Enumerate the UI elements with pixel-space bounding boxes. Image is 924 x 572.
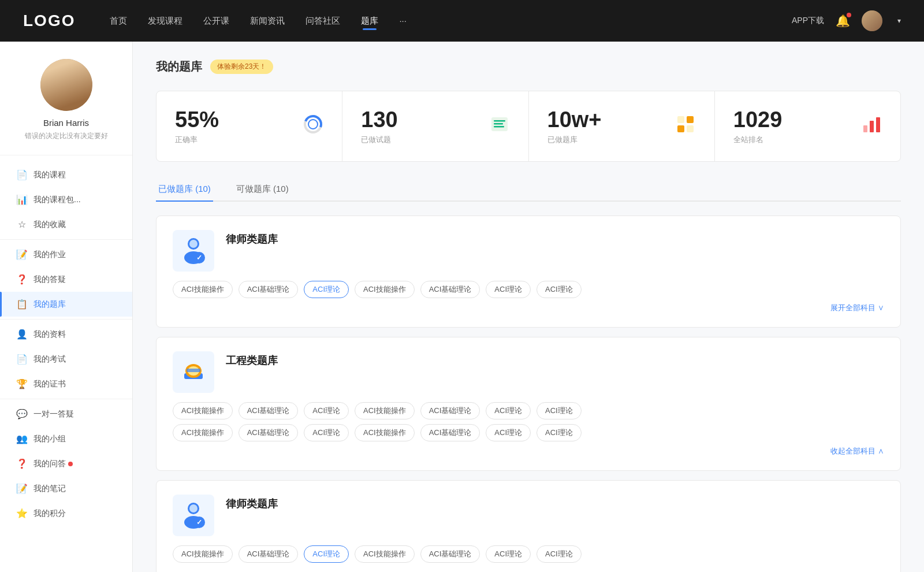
tags-row-1: ACI技能操作 ACI基础理论 ACI理论 ACI技能操作 ACI基础理论 AC…: [173, 402, 884, 419]
tag[interactable]: ACI基础理论: [239, 424, 299, 441]
sidebar-item-my-qa[interactable]: ❓ 我的问答: [0, 451, 132, 476]
sidebar-item-label: 我的课程: [33, 170, 66, 180]
nav-home[interactable]: 首页: [110, 16, 127, 27]
tag[interactable]: ACI基础理论: [239, 281, 299, 298]
navbar: LOGO 首页 发现课程 公开课 新闻资讯 问答社区 题库 ··· APP下载 …: [0, 0, 924, 42]
stat-done-questions-label: 已做试题: [361, 135, 397, 145]
tag[interactable]: ACI技能操作: [355, 424, 415, 441]
sidebar-item-1on1-qa[interactable]: 💬 一对一答疑: [0, 402, 132, 426]
tag[interactable]: ACI基础理论: [239, 402, 299, 419]
nav-discover[interactable]: 发现课程: [148, 16, 182, 27]
lawyer-icon: ✓: [178, 236, 208, 266]
app-download-button[interactable]: APP下载: [792, 16, 824, 26]
tags-row-2: ACI技能操作 ACI基础理论 ACI理论 ACI技能操作 ACI基础理论 AC…: [173, 424, 884, 441]
tab-done-banks[interactable]: 已做题库 (10): [156, 178, 213, 200]
svg-point-16: [189, 240, 198, 248]
qbank-title: 律师类题库: [226, 232, 278, 246]
nav-news[interactable]: 新闻资讯: [250, 16, 285, 27]
sidebar-item-profile[interactable]: 👤 我的资料: [0, 322, 132, 347]
tag[interactable]: ACI技能操作: [173, 424, 233, 441]
tag[interactable]: ACI基础理论: [420, 424, 480, 441]
sidebar-item-points[interactable]: ⭐ 我的积分: [0, 501, 132, 526]
tag[interactable]: ACI技能操作: [173, 402, 233, 419]
tag[interactable]: ACI基础理论: [420, 281, 480, 298]
stat-accuracy-info: 55% 正确率: [175, 107, 219, 145]
tag[interactable]: ACI基础理论: [420, 545, 480, 563]
page-title: 我的题库: [156, 59, 202, 75]
tag[interactable]: ACI技能操作: [355, 402, 415, 419]
svg-rect-9: [677, 125, 684, 132]
page-header: 我的题库 体验剩余23天！: [156, 59, 901, 75]
sidebar-item-label: 我的考试: [33, 354, 66, 365]
sidebar-item-label: 我的笔记: [33, 484, 66, 494]
packages-icon: 📊: [16, 194, 28, 205]
qbank-header: ✓ 律师类题库: [173, 495, 884, 536]
collapse-link[interactable]: 收起全部科目 ∧: [173, 446, 884, 456]
notification-bell[interactable]: 🔔: [836, 14, 850, 28]
stat-ranking-label: 全站排名: [733, 135, 783, 145]
nav-more[interactable]: ···: [399, 16, 407, 27]
sidebar: Brian Harris 错误的决定比没有决定要好 📄 我的课程 📊 我的课程包…: [0, 42, 133, 572]
tag[interactable]: ACI基础理论: [239, 545, 299, 563]
sidebar-item-notes[interactable]: 📝 我的笔记: [0, 476, 132, 501]
stat-ranking: 1029 全站排名: [715, 91, 900, 161]
tag[interactable]: ACI理论: [536, 281, 582, 298]
sidebar-item-label: 一对一答疑: [33, 409, 74, 419]
tag[interactable]: ACI理论: [486, 402, 531, 419]
tag[interactable]: ACI理论: [304, 402, 349, 419]
tag[interactable]: ACI技能操作: [355, 281, 415, 298]
tab-available-banks[interactable]: 可做题库 (10): [234, 178, 291, 200]
sidebar-item-favorites[interactable]: ☆ 我的收藏: [0, 212, 132, 237]
tag[interactable]: ACI理论: [536, 545, 582, 563]
sidebar-item-qbank[interactable]: 📋 我的题库: [0, 292, 132, 317]
svg-rect-6: [494, 126, 504, 128]
stat-done-questions: 130 已做试题: [342, 91, 528, 161]
sidebar-item-label: 我的课程包...: [33, 195, 81, 205]
star-icon: ☆: [16, 219, 28, 230]
avatar-chevron-icon[interactable]: ▾: [897, 17, 901, 25]
sidebar-item-certificates[interactable]: 🏆 我的证书: [0, 372, 132, 396]
nav-open-course[interactable]: 公开课: [203, 16, 229, 27]
sidebar-menu: 📄 我的课程 📊 我的课程包... ☆ 我的收藏 📝 我的作业 ❓ 我的答疑 �: [0, 162, 132, 526]
sidebar-item-my-courses[interactable]: 📄 我的课程: [0, 162, 132, 187]
user-avatar[interactable]: [862, 10, 882, 31]
tag[interactable]: ACI理论: [486, 545, 531, 563]
bar-chart-icon: [861, 114, 882, 139]
tag[interactable]: ACI技能操作: [355, 545, 415, 563]
tag[interactable]: ACI理论: [304, 424, 349, 441]
sidebar-item-qa-mine[interactable]: ❓ 我的答疑: [0, 267, 132, 292]
sidebar-item-label: 我的积分: [33, 508, 66, 519]
tag[interactable]: ACI理论: [536, 424, 582, 441]
svg-rect-22: [187, 369, 200, 372]
notes-icon: 📝: [16, 483, 28, 494]
sidebar-item-label: 我的证书: [33, 379, 66, 389]
tag[interactable]: ACI技能操作: [173, 281, 233, 298]
qbank-card-engineer: 工程类题库 ACI技能操作 ACI基础理论 ACI理论 ACI技能操作 ACI基…: [156, 337, 901, 471]
logo: LOGO: [23, 12, 75, 30]
sidebar-item-label: 我的收藏: [33, 220, 66, 230]
sidebar-item-label: 我的小组: [33, 434, 66, 444]
sidebar-item-label: 我的资料: [33, 329, 66, 340]
tag[interactable]: ACI理论: [486, 281, 531, 298]
sidebar-item-course-packages[interactable]: 📊 我的课程包...: [0, 187, 132, 212]
nav-qbank[interactable]: 题库: [361, 16, 378, 27]
tag[interactable]: ACI基础理论: [420, 402, 480, 419]
qbank-card-lawyer-2: ✓ 律师类题库 ACI技能操作 ACI基础理论 ACI理论 ACI技能操作 AC…: [156, 480, 901, 572]
sidebar-item-exams[interactable]: 📄 我的考试: [0, 347, 132, 372]
sidebar-item-group[interactable]: 👥 我的小组: [0, 426, 132, 451]
avatar-image: [40, 59, 92, 111]
qbank-icon-wrap: [173, 351, 214, 393]
grid-icon: [675, 114, 696, 139]
tag[interactable]: ACI理论: [486, 424, 531, 441]
tag[interactable]: ACI技能操作: [173, 545, 233, 563]
sidebar-item-label: 我的作业: [33, 250, 66, 260]
sidebar-item-homework[interactable]: 📝 我的作业: [0, 242, 132, 267]
stat-accuracy-label: 正确率: [175, 135, 219, 145]
svg-rect-7: [677, 116, 684, 123]
tag-active[interactable]: ACI理论: [304, 281, 349, 298]
nav-qa[interactable]: 问答社区: [305, 16, 340, 27]
tag-active[interactable]: ACI理论: [304, 545, 349, 563]
expand-link[interactable]: 展开全部科目 ∨: [173, 303, 884, 313]
tag[interactable]: ACI理论: [536, 402, 582, 419]
sidebar-item-label: 我的题库: [33, 299, 66, 310]
